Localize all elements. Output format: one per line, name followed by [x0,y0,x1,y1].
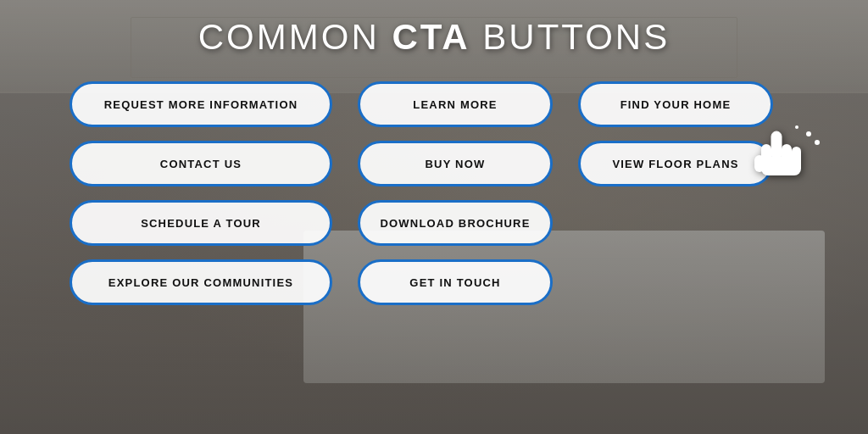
button-label: BUY NOW [426,158,486,170]
sparkle-dot [815,140,820,145]
sparkle-dot [806,131,811,136]
button-label: VIEW FLOOR PLANS [612,158,738,170]
request-more-info-button[interactable]: REQUEST MORE INFORMATION [70,81,332,127]
title-text-1: COMMON [198,17,392,57]
schedule-tour-button[interactable]: SCHEDULE A TOUR [70,200,332,246]
svg-rect-2 [782,144,792,168]
sparkle-dot [795,125,798,129]
title-text-2: BUTTONS [470,17,670,57]
title-text-bold: CTA [392,17,470,57]
empty-cell-2 [578,259,773,305]
button-label: DOWNLOAD BROCHURE [380,217,530,230]
buy-now-button[interactable]: BUY NOW [358,141,553,186]
content-container: COMMON CTA BUTTONS REQUEST MORE INFORMAT… [0,0,868,434]
view-floor-plans-container: VIEW FLOOR PLANS [578,141,773,186]
page-background: COMMON CTA BUTTONS REQUEST MORE INFORMAT… [0,0,868,434]
button-label: FIND YOUR HOME [620,98,732,111]
get-in-touch-button[interactable]: GET IN TOUCH [358,259,553,305]
find-your-home-button[interactable]: FIND YOUR HOME [578,81,773,127]
button-label: CONTACT US [160,158,242,170]
button-label: REQUEST MORE INFORMATION [104,98,298,111]
page-title: COMMON CTA BUTTONS [198,17,670,58]
button-label: SCHEDULE A TOUR [141,217,261,230]
view-floor-plans-button[interactable]: VIEW FLOOR PLANS [578,141,773,186]
empty-cell-1 [578,200,773,246]
svg-rect-3 [792,147,801,169]
svg-rect-0 [771,131,782,161]
learn-more-button[interactable]: LEARN MORE [358,81,553,127]
button-label: GET IN TOUCH [409,276,500,289]
contact-us-button[interactable]: CONTACT US [70,141,332,186]
button-label: LEARN MORE [413,98,497,111]
button-label: EXPLORE OUR COMMUNITIES [108,276,293,289]
explore-communities-button[interactable]: EXPLORE OUR COMMUNITIES [70,259,332,305]
buttons-grid: REQUEST MORE INFORMATION LEARN MORE FIND… [70,81,798,305]
download-brochure-button[interactable]: DOWNLOAD BROCHURE [358,200,553,246]
